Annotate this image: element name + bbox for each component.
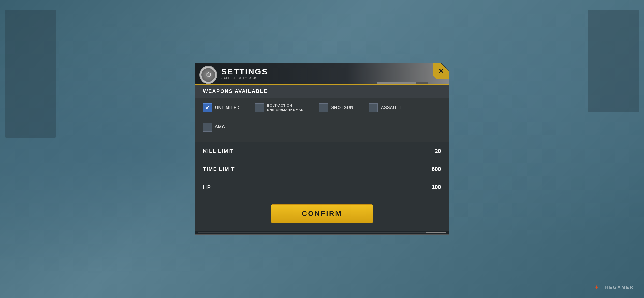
watermark: ✦ THEGAMER xyxy=(594,284,634,290)
hp-value: 100 xyxy=(432,184,441,191)
close-icon: ✕ xyxy=(438,68,444,74)
weapons-grid-row2: SMG xyxy=(195,123,449,142)
dialog-content: WEAPONS AVAILABLE ✓ UNLIMITED BOLT-ACTIO… xyxy=(195,85,449,231)
app-logo: ⬡ xyxy=(199,66,217,84)
kill-limit-label: KILL LIMIT xyxy=(203,148,234,154)
scrollbar-track xyxy=(198,232,446,233)
confirm-area: CONFIRM xyxy=(195,196,449,231)
progress-fill xyxy=(377,82,416,84)
kill-limit-value: 20 xyxy=(435,148,441,154)
weapon-option-bolt-action[interactable]: BOLT-ACTIONSNIPER/MARKSMAN xyxy=(255,103,304,112)
header-text: SETTINGS CALL OF DUTY MOBILE xyxy=(221,67,268,80)
weapon-label-unlimited: UNLIMITED xyxy=(215,105,240,110)
settings-dialog: ⬡ SETTINGS CALL OF DUTY MOBILE ✕ WEAPONS… xyxy=(195,63,449,235)
checkbox-unlimited[interactable]: ✓ xyxy=(203,103,212,112)
weapon-option-assault[interactable]: ASSAULT xyxy=(369,103,401,112)
weapons-section-title: WEAPONS AVAILABLE xyxy=(203,88,268,94)
watermark-icon: ✦ xyxy=(594,284,599,290)
watermark-text: THEGAMER xyxy=(602,285,634,290)
header-progress xyxy=(377,82,428,84)
background-left-panel xyxy=(5,10,56,138)
time-limit-label: TIME LIMIT xyxy=(203,166,235,172)
weapon-option-unlimited[interactable]: ✓ UNLIMITED xyxy=(203,103,240,112)
checkbox-assault[interactable] xyxy=(369,103,378,112)
weapon-label-assault: ASSAULT xyxy=(381,105,401,110)
weapon-label-bolt-action: BOLT-ACTIONSNIPER/MARKSMAN xyxy=(267,104,304,112)
logo-symbol: ⬡ xyxy=(206,72,211,78)
weapon-option-smg[interactable]: SMG xyxy=(203,123,225,132)
weapons-section: WEAPONS AVAILABLE ✓ UNLIMITED BOLT-ACTIO… xyxy=(195,85,449,142)
weapon-option-shotgun[interactable]: SHOTGUN xyxy=(319,103,353,112)
checkbox-shotgun[interactable] xyxy=(319,103,328,112)
checkbox-bolt-action[interactable] xyxy=(255,103,264,112)
weapons-section-header: WEAPONS AVAILABLE xyxy=(195,85,449,98)
weapons-grid: ✓ UNLIMITED BOLT-ACTIONSNIPER/MARKSMAN S… xyxy=(195,98,449,123)
background-right-panel xyxy=(588,10,639,112)
hp-label: HP xyxy=(203,184,211,190)
weapon-label-smg: SMG xyxy=(215,125,225,129)
dialog-footer xyxy=(195,231,449,234)
hp-row[interactable]: HP 100 xyxy=(195,178,449,196)
time-limit-value: 600 xyxy=(432,166,441,172)
logo-inner: ⬡ xyxy=(201,68,215,82)
confirm-button[interactable]: CONFIRM xyxy=(271,204,373,223)
weapon-label-shotgun: SHOTGUN xyxy=(331,105,353,110)
time-limit-row[interactable]: TIME LIMIT 600 xyxy=(195,160,449,178)
checkbox-smg[interactable] xyxy=(203,123,212,132)
settings-title: SETTINGS xyxy=(221,67,268,76)
scrollbar-thumb[interactable] xyxy=(426,232,446,233)
dialog-header: ⬡ SETTINGS CALL OF DUTY MOBILE ✕ xyxy=(195,63,449,84)
app-subtitle: CALL OF DUTY MOBILE xyxy=(221,77,268,80)
check-icon: ✓ xyxy=(205,105,210,111)
kill-limit-row[interactable]: KILL LIMIT 20 xyxy=(195,142,449,160)
